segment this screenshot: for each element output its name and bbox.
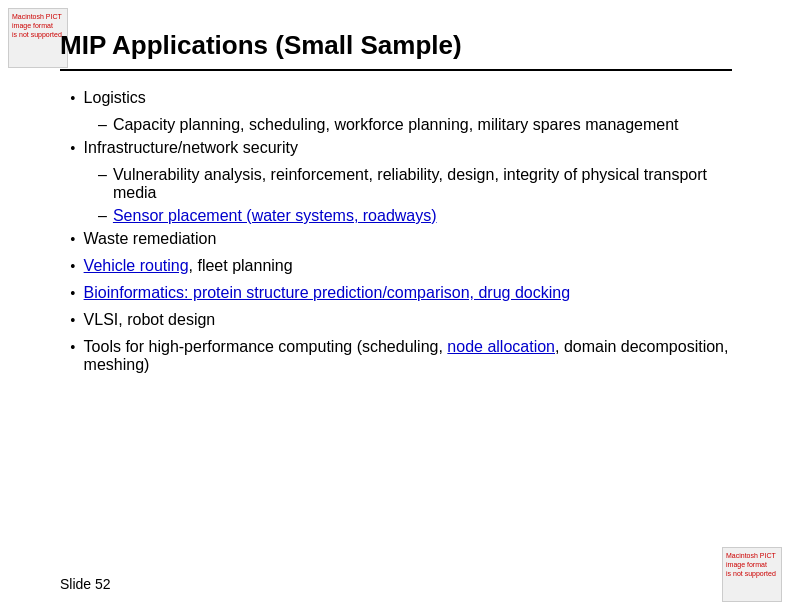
pict-tl-text: Macintosh PICTimage formatis not support…: [9, 9, 67, 42]
slide-container: Macintosh PICTimage formatis not support…: [0, 0, 792, 612]
bullet-waste: • Waste remediation: [70, 230, 732, 249]
bullet-infrastructure-text: Infrastructure/network security: [84, 139, 298, 157]
bullet-logistics: • Logistics: [70, 89, 732, 108]
pict-placeholder-topleft: Macintosh PICTimage formatis not support…: [8, 8, 68, 68]
logistics-sub-item-1: – Capacity planning, scheduling, workfor…: [98, 116, 732, 134]
bullet-waste-text: Waste remediation: [84, 230, 217, 248]
logistics-sub-text-1: Capacity planning, scheduling, workforce…: [113, 116, 679, 134]
content-area: • Logistics – Capacity planning, schedul…: [60, 89, 732, 374]
bullet-dot: •: [70, 258, 76, 276]
infra-sub-item-1: – Vulnerability analysis, reinforcement,…: [98, 166, 732, 202]
infra-sub-item-2: – Sensor placement (water systems, roadw…: [98, 207, 732, 225]
bullet-vlsi-text: VLSI, robot design: [84, 311, 216, 329]
bullet-dot: •: [70, 312, 76, 330]
bullet-infrastructure: • Infrastructure/network security: [70, 139, 732, 158]
slide-number: Slide 52: [60, 576, 111, 592]
bullet-dot: •: [70, 140, 76, 158]
bullet-vlsi: • VLSI, robot design: [70, 311, 732, 330]
bullet-dot: •: [70, 90, 76, 108]
slide-header: MIP Applications (Small Sample): [60, 30, 732, 71]
vehicle-routing-link: Vehicle routing: [84, 257, 189, 274]
bullet-tools: • Tools for high-performance computing (…: [70, 338, 732, 374]
slide-title: MIP Applications (Small Sample): [60, 30, 732, 61]
pict-placeholder-bottomright: Macintosh PICTimage formatis not support…: [722, 547, 782, 602]
sub-dash: –: [98, 207, 107, 225]
node-allocation-link: node allocation: [447, 338, 555, 355]
infrastructure-sub-list: – Vulnerability analysis, reinforcement,…: [98, 166, 732, 225]
bullet-dot: •: [70, 285, 76, 303]
sub-dash: –: [98, 166, 107, 184]
bullet-vehicle: • Vehicle routing, fleet planning: [70, 257, 732, 276]
title-divider: [60, 69, 732, 71]
bullet-bioinformatics-text: Bioinformatics: protein structure predic…: [84, 284, 570, 302]
bullet-tools-text: Tools for high-performance computing (sc…: [84, 338, 732, 374]
sub-dash: –: [98, 116, 107, 134]
slide-footer: Slide 52: [60, 576, 111, 592]
bullet-dot: •: [70, 339, 76, 357]
bullet-vehicle-text: Vehicle routing, fleet planning: [84, 257, 293, 275]
bullet-logistics-text: Logistics: [84, 89, 146, 107]
bullet-dot: •: [70, 231, 76, 249]
infra-sub-text-1: Vulnerability analysis, reinforcement, r…: [113, 166, 732, 202]
infra-sub-text-2-link: Sensor placement (water systems, roadway…: [113, 207, 437, 225]
pict-br-text: Macintosh PICTimage formatis not support…: [723, 548, 781, 581]
bullet-bioinformatics: • Bioinformatics: protein structure pred…: [70, 284, 732, 303]
logistics-sub-list: – Capacity planning, scheduling, workfor…: [98, 116, 732, 134]
